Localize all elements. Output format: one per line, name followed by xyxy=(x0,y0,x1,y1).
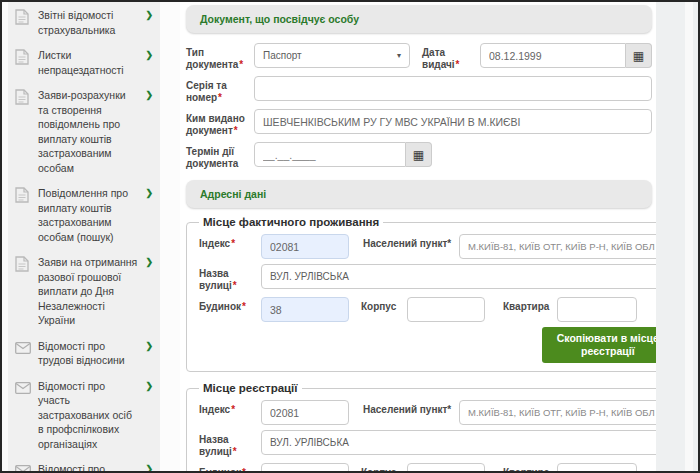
registration-settlement-select[interactable]: М.КИЇВ-81, КИЇВ ОТГ, КИЇВ Р-Н, КИЇВ ОБЛ … xyxy=(459,400,656,425)
doc-type-row: Тип документа* Паспорт ▾ Дата видачі* ▦ xyxy=(186,43,652,71)
doc-type-select[interactable]: Паспорт ▾ xyxy=(254,43,410,68)
content-gutter xyxy=(160,2,180,471)
document-icon xyxy=(15,186,31,207)
residence-street-row: Назва вулиці* ВУЛ. УРЛІВСЬКА ▾ xyxy=(199,264,656,292)
main-content: Документ, що посвідчує особу Тип докумен… xyxy=(180,2,656,471)
chevron-right-icon: ❯ xyxy=(145,8,153,20)
residence-settlement-label: Населений пункт* xyxy=(363,234,459,249)
app-window: Звітні відомості страхувальника ❯ Листки… xyxy=(0,0,700,473)
validity-input[interactable] xyxy=(254,142,406,167)
residence-building-label: Будинок* xyxy=(199,297,261,313)
copy-to-registration-button[interactable]: Скопіювати в місце реєстрації xyxy=(542,327,656,363)
calendar-icon[interactable]: ▦ xyxy=(626,43,652,68)
registration-building-row: Будинок* Корпус Квартира xyxy=(199,463,656,471)
residence-fieldset: Місце фактичного проживання Індекс* Насе… xyxy=(186,216,656,372)
registration-block-label: Корпус xyxy=(361,463,407,471)
registration-street-select[interactable]: ВУЛ. УРЛІВСЬКА ▾ xyxy=(261,430,656,455)
envelope-icon xyxy=(15,339,31,358)
registration-index-row: Індекс* Населений пункт* М.КИЇВ-81, КИЇВ… xyxy=(199,400,656,425)
residence-apartment-label: Квартира xyxy=(503,297,557,312)
issue-date-label: Дата видачі* xyxy=(422,43,480,71)
residence-building-input[interactable] xyxy=(261,297,349,322)
registration-settlement-label: Населений пункт* xyxy=(363,400,459,415)
residence-street-select[interactable]: ВУЛ. УРЛІВСЬКА ▾ xyxy=(261,264,656,289)
registration-legend: Місце реєстрації xyxy=(199,382,302,394)
registration-index-label: Індекс* xyxy=(199,400,261,416)
residence-settlement-select[interactable]: М.КИЇВ-81, КИЇВ ОТГ, КИЇВ Р-Н, КИЇВ ОБЛ … xyxy=(459,234,656,259)
series-number-row: Серія та номер* xyxy=(186,76,652,104)
validity-date-group: ▦ xyxy=(254,142,432,167)
envelope-icon xyxy=(15,462,31,471)
series-number-input[interactable] xyxy=(254,76,652,101)
chevron-right-icon: ❯ xyxy=(145,88,153,100)
validity-label: Термін дії документа xyxy=(186,142,254,170)
registration-index-input[interactable] xyxy=(261,400,349,425)
registration-building-label: Будинок* xyxy=(199,463,261,471)
sidebar-item-5[interactable]: Заяви на отримання разової грошової випл… xyxy=(15,255,153,328)
issued-by-label: Ким видано документ* xyxy=(186,109,254,137)
registration-apartment-label: Квартира xyxy=(503,463,557,471)
envelope-icon xyxy=(15,379,31,398)
residence-block-input[interactable] xyxy=(407,297,485,322)
residence-block-label: Корпус xyxy=(361,297,407,312)
chevron-right-icon: ❯ xyxy=(145,255,153,267)
residence-index-label: Індекс* xyxy=(199,234,261,250)
sidebar-item-8[interactable]: Відомості про медичний огляд працівників… xyxy=(15,462,153,471)
issued-by-input[interactable] xyxy=(254,109,652,134)
sidebar-item-1[interactable]: Звітні відомості страхувальника ❯ xyxy=(15,8,153,37)
document-icon xyxy=(15,88,31,109)
issued-by-row: Ким видано документ* xyxy=(186,109,652,137)
sidebar-item-7[interactable]: Відомості про участь застрахованих осіб … xyxy=(15,379,153,452)
residence-building-row: Будинок* Корпус Квартира xyxy=(199,297,656,322)
chevron-right-icon: ❯ xyxy=(145,462,153,471)
registration-building-input[interactable] xyxy=(261,463,349,471)
registration-apartment-input[interactable] xyxy=(557,463,637,471)
residence-index-input[interactable] xyxy=(261,234,349,259)
issue-date-input[interactable] xyxy=(480,43,626,68)
address-section-title: Адресні дані xyxy=(200,188,266,200)
page-right-margin xyxy=(656,2,698,471)
sidebar-item-2[interactable]: Листки непрацездатності ❯ xyxy=(15,48,153,77)
issue-date-group: ▦ xyxy=(480,43,652,68)
chevron-right-icon: ❯ xyxy=(145,339,153,351)
registration-street-row: Назва вулиці* ВУЛ. УРЛІВСЬКА ▾ xyxy=(199,430,656,458)
doc-type-label: Тип документа* xyxy=(186,43,254,71)
residence-legend: Місце фактичного проживання xyxy=(199,216,383,228)
caret-down-icon: ▾ xyxy=(397,51,401,60)
sidebar-item-6[interactable]: Відомості про трудові відносини ❯ xyxy=(15,339,153,368)
residence-street-label: Назва вулиці* xyxy=(199,264,261,292)
chevron-right-icon: ❯ xyxy=(145,379,153,391)
scrollbar[interactable] xyxy=(685,2,693,471)
residence-index-row: Індекс* Населений пункт* М.КИЇВ-81, КИЇВ… xyxy=(199,234,656,259)
chevron-right-icon: ❯ xyxy=(145,48,153,60)
registration-block-input[interactable] xyxy=(407,463,485,471)
document-icon xyxy=(15,255,31,276)
validity-row: Термін дії документа ▦ xyxy=(186,142,652,170)
chevron-right-icon: ❯ xyxy=(145,186,153,198)
sidebar-item-4[interactable]: Повідомлення про виплату коштів застрахо… xyxy=(15,186,153,244)
sidebar-item-3[interactable]: Заяви-розрахунки та створення повідомлен… xyxy=(15,88,153,175)
identity-section-title: Документ, що посвідчує особу xyxy=(200,13,359,25)
identity-section-header[interactable]: Документ, що посвідчує особу xyxy=(186,5,652,33)
calendar-icon[interactable]: ▦ xyxy=(406,142,432,167)
document-icon xyxy=(15,48,31,69)
sidebar: Звітні відомості страхувальника ❯ Листки… xyxy=(2,2,160,471)
document-icon xyxy=(15,8,31,29)
registration-fieldset: Місце реєстрації Індекс* Населений пункт… xyxy=(186,382,656,471)
address-section-header[interactable]: Адресні дані xyxy=(186,180,652,208)
copy-button-row: Скопіювати в місце реєстрації xyxy=(199,327,656,363)
registration-street-label: Назва вулиці* xyxy=(199,430,261,458)
residence-apartment-input[interactable] xyxy=(557,297,637,322)
series-number-label: Серія та номер* xyxy=(186,76,254,104)
